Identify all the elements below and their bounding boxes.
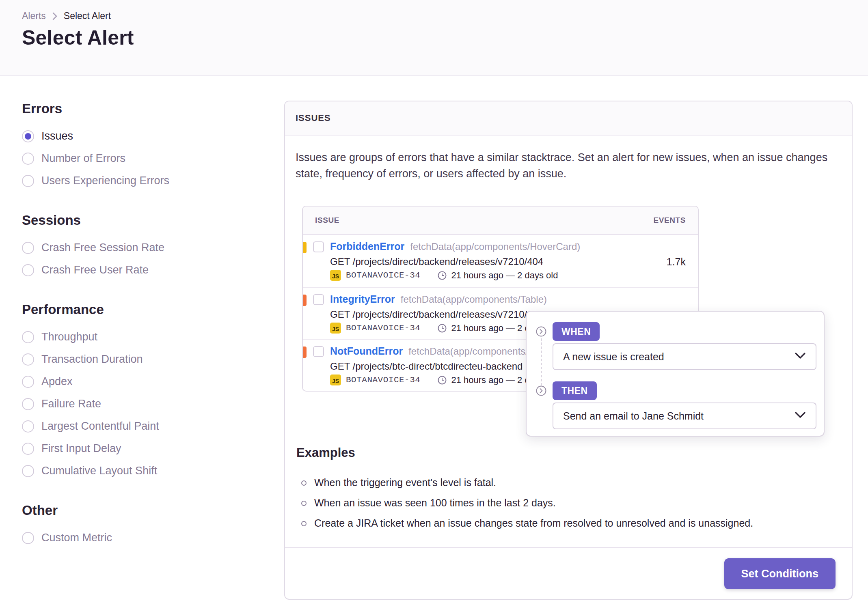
sidebar-group-errors: Errors Issues Number of Errors Users Exp…: [22, 101, 266, 192]
then-action-select[interactable]: Send an email to Jane Schmidt: [553, 403, 816, 429]
sidebar-option-custom-metric[interactable]: Custom Metric: [22, 527, 266, 549]
option-label: Apdex: [41, 375, 73, 388]
issue-culprit: fetchData(app/components/HoverCard): [410, 241, 580, 252]
sidebar-option-number-of-errors[interactable]: Number of Errors: [22, 147, 266, 170]
javascript-platform-icon: JS: [330, 375, 341, 385]
group-heading-sessions: Sessions: [22, 212, 266, 228]
clock-icon: [437, 323, 447, 333]
sidebar-group-performance: Performance Throughput Transaction Durat…: [22, 301, 266, 482]
condition-builder-card: WHEN A new issue is created THEN Send an…: [526, 311, 825, 437]
option-label: Crash Free Session Rate: [41, 241, 164, 254]
option-label: Custom Metric: [41, 532, 112, 544]
option-label: First Input Delay: [41, 442, 121, 455]
project-slug: BOTANAVOICE-34: [346, 271, 420, 280]
issues-panel: ISSUES Issues are groups of errors that …: [284, 101, 853, 600]
option-label: Users Experiencing Errors: [41, 174, 169, 187]
option-label: Transaction Duration: [41, 353, 143, 366]
clock-icon: [437, 375, 447, 385]
option-label: Issues: [41, 130, 73, 142]
option-label: Number of Errors: [41, 152, 125, 165]
examples-heading: Examples: [296, 446, 842, 460]
javascript-platform-icon: JS: [330, 323, 341, 334]
radio-icon[interactable]: [22, 443, 34, 455]
breadcrumb-alerts-link[interactable]: Alerts: [22, 11, 46, 22]
radio-icon[interactable]: [22, 420, 34, 433]
select-alert-page: Alerts Select Alert Select Alert Errors …: [0, 0, 868, 607]
group-heading-other: Other: [22, 502, 266, 519]
sidebar-option-throughput[interactable]: Throughput: [22, 326, 266, 348]
sidebar-option-failure-rate[interactable]: Failure Rate: [22, 393, 266, 415]
issue-path: GET /projects/direct/backend/releases/v7…: [330, 309, 543, 320]
column-events: EVENTS: [653, 216, 686, 225]
issue-link[interactable]: NotFoundError: [330, 345, 403, 357]
radio-icon[interactable]: [22, 153, 34, 165]
radio-icon[interactable]: [22, 264, 34, 276]
events-count: 1.7k: [667, 256, 686, 268]
example-item: When the triggering event's level is fat…: [296, 472, 842, 493]
sidebar-option-cumulative-layout-shift[interactable]: Cumulative Layout Shift: [22, 460, 266, 482]
radio-icon[interactable]: [22, 242, 34, 254]
alert-type-sidebar: Errors Issues Number of Errors Users Exp…: [22, 101, 266, 569]
page-header: Alerts Select Alert Select Alert: [0, 0, 868, 76]
chevron-down-icon: [795, 411, 806, 420]
radio-icon[interactable]: [22, 331, 34, 343]
radio-icon[interactable]: [22, 532, 34, 544]
option-label: Throughput: [41, 331, 97, 343]
issue-link[interactable]: IntegrityError: [330, 293, 395, 305]
dashed-connector-line: [541, 338, 542, 385]
issue-link[interactable]: ForbiddenError: [330, 241, 404, 252]
group-heading-errors: Errors: [22, 101, 266, 117]
table-row: ForbiddenErrorfetchData(app/components/H…: [303, 235, 698, 287]
sidebar-option-first-input-delay[interactable]: First Input Delay: [22, 437, 266, 460]
examples-list: When the triggering event's level is fat…: [296, 472, 842, 533]
condition-node-icon: [536, 385, 546, 396]
radio-icon[interactable]: [22, 398, 34, 410]
radio-icon[interactable]: [22, 353, 34, 366]
project-slug: BOTANAVOICE-34: [346, 323, 420, 333]
option-label: Crash Free User Rate: [41, 264, 149, 276]
set-conditions-button[interactable]: Set Conditions: [724, 558, 836, 589]
breadcrumb: Alerts Select Alert: [22, 11, 111, 22]
when-condition-select[interactable]: A new issue is created: [553, 343, 816, 370]
sidebar-option-crash-free-user-rate[interactable]: Crash Free User Rate: [22, 259, 266, 281]
example-item: When an issue was seen 100 times in the …: [296, 493, 842, 513]
issue-path: GET /projects/btc-direct/btcdirecteu-bac…: [330, 361, 523, 372]
breadcrumb-current: Select Alert: [64, 11, 111, 22]
example-item: Create a JIRA ticket when an issue chang…: [296, 513, 842, 533]
then-badge: THEN: [553, 381, 597, 400]
option-label: Largest Contentful Paint: [41, 420, 159, 433]
radio-icon[interactable]: [22, 175, 34, 187]
row-checkbox[interactable]: [313, 346, 324, 357]
chevron-right-icon: [52, 12, 57, 20]
sidebar-option-crash-free-session-rate[interactable]: Crash Free Session Rate: [22, 237, 266, 259]
sidebar-option-users-experiencing-errors[interactable]: Users Experiencing Errors: [22, 170, 266, 192]
group-heading-performance: Performance: [22, 301, 266, 318]
issue-culprit: fetchData(app/components/Table): [401, 294, 547, 305]
error-level-bar: [303, 295, 307, 306]
radio-icon[interactable]: [22, 376, 34, 388]
sidebar-option-largest-contentful-paint[interactable]: Largest Contentful Paint: [22, 415, 266, 437]
column-issue: ISSUE: [315, 216, 339, 225]
javascript-platform-icon: JS: [330, 270, 341, 281]
error-level-bar: [303, 242, 307, 253]
table-header: ISSUE EVENTS: [303, 207, 698, 235]
condition-node-icon: [536, 326, 546, 337]
when-condition-value: A new issue is created: [563, 351, 664, 363]
sidebar-group-sessions: Sessions Crash Free Session Rate Crash F…: [22, 212, 266, 281]
sidebar-option-apdex[interactable]: Apdex: [22, 370, 266, 393]
radio-icon[interactable]: [22, 130, 34, 142]
clock-icon: [437, 271, 447, 280]
row-checkbox[interactable]: [313, 241, 324, 252]
sidebar-option-issues[interactable]: Issues: [22, 125, 266, 147]
sidebar-option-transaction-duration[interactable]: Transaction Duration: [22, 348, 266, 370]
error-level-bar: [303, 347, 307, 358]
row-checkbox[interactable]: [313, 294, 324, 305]
option-label: Cumulative Layout Shift: [41, 465, 157, 477]
panel-description: Issues are groups of errors that have a …: [296, 149, 836, 182]
examples-section: Examples When the triggering event's lev…: [296, 446, 842, 533]
page-title: Select Alert: [22, 26, 134, 50]
sidebar-group-other: Other Custom Metric: [22, 502, 266, 549]
issue-path: GET /projects/direct/backend/releases/v7…: [330, 256, 543, 267]
radio-icon[interactable]: [22, 465, 34, 477]
option-label: Failure Rate: [41, 398, 101, 410]
